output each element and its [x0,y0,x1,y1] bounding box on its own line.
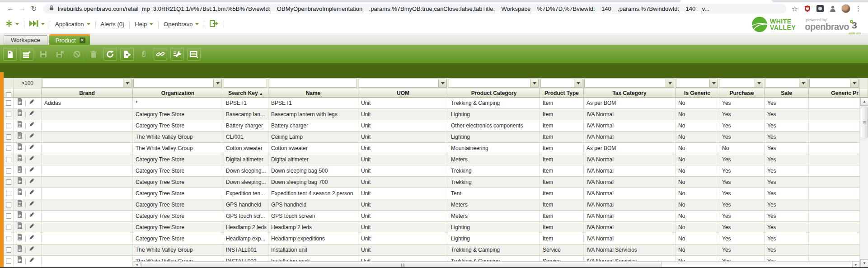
filter-dropdown-organization-icon[interactable] [213,79,221,87]
edit-icon[interactable] [28,154,35,165]
recent-views-menu[interactable] [29,20,45,28]
table-row[interactable]: Category Tree StoreDigital altimeterDigi… [4,154,868,165]
menu-openbravo[interactable]: Openbravo [164,21,199,28]
row-checkbox[interactable] [6,236,11,241]
edit-icon[interactable] [28,244,35,255]
edit-icon[interactable] [28,98,35,108]
filter-dropdown-brand-icon[interactable] [123,79,131,87]
form-view-icon[interactable] [17,222,23,233]
edit-icon[interactable] [28,109,35,120]
table-row[interactable]: Category Tree StoreHeadlamp exp...Headla… [4,233,868,244]
row-checkbox[interactable] [6,146,11,151]
row-checkbox[interactable] [6,100,11,106]
column-header-tax_category[interactable]: Tax Category [584,89,676,98]
column-header-name[interactable]: Name [268,89,358,98]
row-checkbox[interactable] [6,213,11,219]
column-header-search_key[interactable]: Search Key▲ [223,89,268,98]
table-row[interactable]: Category Tree StoreDown sleeping...Down … [4,165,868,177]
form-view-icon[interactable] [17,154,23,165]
filter-input-uom[interactable] [359,79,447,88]
tab-product[interactable]: Product ✕ [49,34,90,45]
column-header-purchase[interactable]: Purchase [719,89,765,98]
form-view-icon[interactable] [17,109,23,120]
column-header-brand[interactable]: Brand [42,89,133,98]
form-view-icon[interactable] [17,244,23,255]
row-checkbox[interactable] [6,259,11,264]
filter-input-name[interactable] [269,79,357,88]
table-row[interactable]: Category Tree StoreDown sleeping...Down … [4,177,868,188]
row-checkbox[interactable] [6,123,11,128]
form-view-icon[interactable] [17,211,23,221]
back-icon[interactable]: ← [5,3,16,14]
edit-icon[interactable] [28,165,35,176]
horizontal-scrollbar[interactable]: ◄ ► [133,261,860,268]
row-checkbox[interactable] [6,168,11,174]
new-row-button[interactable] [20,48,33,61]
filter-input-generic_pr[interactable] [809,79,859,88]
filter-input-product_category[interactable] [449,79,539,88]
form-view-icon[interactable] [17,165,23,176]
row-checkbox[interactable] [6,179,11,185]
form-view-icon[interactable] [17,177,23,188]
form-view-icon[interactable] [17,233,23,244]
row-checkbox[interactable] [6,247,11,253]
scroll-down-icon[interactable]: ▼ [860,259,868,268]
table-row[interactable]: Category Tree StoreGPS handheldGPS handh… [4,199,868,211]
edit-icon[interactable] [28,132,35,142]
filter-input-purchase[interactable] [720,79,763,88]
column-header-sale[interactable]: Sale [765,89,809,98]
form-view-icon[interactable] [17,188,23,199]
filter-input-organization[interactable] [133,79,222,88]
row-checkbox[interactable] [6,191,11,196]
record-count-cell[interactable]: >100 [14,78,42,89]
form-view-icon[interactable] [17,256,23,267]
vertical-scrollbar[interactable]: ▲ ▼ [860,98,868,268]
filter-dropdown-is_generic-icon[interactable] [709,79,718,87]
gray-extension-icon[interactable] [829,5,837,13]
table-row[interactable]: Category Tree StoreHeadlamp 2 ledsHeadla… [4,222,868,233]
vertical-scrollbar-thumb[interactable] [861,107,868,138]
logout-button[interactable] [209,19,219,29]
form-view-icon[interactable] [17,120,23,131]
column-header-uom[interactable]: UOM [358,89,448,98]
filter-dropdown-sale-icon[interactable] [799,79,807,87]
quick-launch-menu[interactable] [5,20,19,28]
filter-dropdown-product_category-icon[interactable] [530,79,538,87]
filter-dropdown-purchase-icon[interactable] [755,79,763,87]
table-row[interactable]: Category Tree StoreExpedition ten...Expe… [4,188,868,199]
menu-help[interactable]: Help [135,21,153,28]
edit-icon[interactable] [28,120,35,131]
tab-workspace[interactable]: Workspace [4,35,47,45]
forward-icon[interactable]: → [16,3,28,14]
process-button[interactable] [170,48,184,61]
record-count[interactable]: >100 [14,78,41,89]
filter-dropdown-product_type-icon[interactable] [574,79,582,87]
row-checkbox[interactable] [6,202,11,207]
row-checkbox[interactable] [6,134,11,140]
table-row[interactable]: Adidas*BPSET1BPSET1UnitTrekking & Campin… [4,98,868,109]
menu-alerts[interactable]: Alerts (0) [101,21,125,28]
column-header-product_type[interactable]: Product Type [540,89,584,98]
edit-icon[interactable] [28,233,35,244]
form-view-icon[interactable] [17,132,23,142]
filter-input-product_type[interactable] [540,79,582,88]
column-header-is_generic[interactable]: Is Generic [676,89,719,98]
filter-input-search_key[interactable] [224,79,267,88]
table-row[interactable]: The White Valley GroupCotton sweaterCott… [4,143,868,154]
menu-application[interactable]: Application [55,21,90,28]
edit-icon[interactable] [28,222,35,233]
edit-icon[interactable] [28,143,35,154]
filter-input-tax_category[interactable] [584,79,674,88]
browser-menu-icon[interactable]: ⋮ [855,5,862,13]
edit-icon[interactable] [28,188,35,199]
form-view-icon[interactable] [17,143,23,154]
form-view-icon[interactable] [17,98,23,108]
filter-dropdown-uom-icon[interactable] [438,79,446,87]
filter-dropdown-generic_pr-icon[interactable] [850,79,858,87]
table-row[interactable]: Category Tree StoreGPS touch scr...GPS t… [4,211,868,222]
column-header-product_category[interactable]: Product Category [448,89,540,98]
filter-dropdown-tax_category-icon[interactable] [666,79,674,87]
row-checkbox[interactable] [6,157,11,162]
address-bar[interactable]: livebuilds.openbravo.com/retail_mp_3.0RR… [43,4,786,14]
export-button[interactable] [120,48,134,61]
